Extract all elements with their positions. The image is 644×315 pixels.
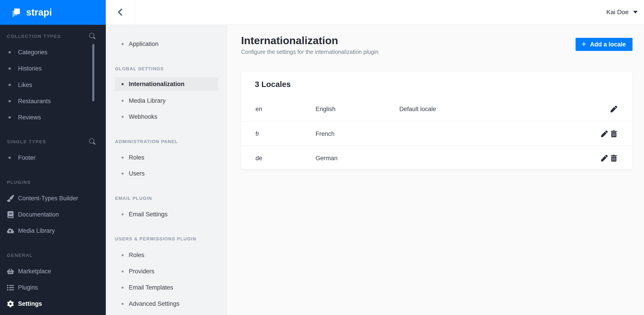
locale-code: en	[256, 97, 262, 121]
edit-locale-button[interactable]	[609, 105, 618, 114]
sidebar-item-marketplace[interactable]: Marketplace	[0, 263, 106, 279]
locale-row-fr: fr French	[241, 121, 632, 146]
bullet-icon	[122, 116, 124, 118]
sidebar-section-single-types: SINGLE TYPES	[7, 139, 46, 145]
delete-locale-button[interactable]	[609, 154, 618, 163]
page-subtitle: Configure the settings for the internati…	[241, 49, 378, 55]
delete-locale-button[interactable]	[609, 129, 618, 138]
plus-icon: +	[582, 39, 586, 49]
edit-locale-button[interactable]	[600, 154, 609, 163]
scrollbar-thumb[interactable]	[92, 44, 94, 101]
settings-nav-section-users-permissions-plugin: USERS & PERMISSIONS PLUGIN	[115, 236, 196, 241]
pencil-icon	[610, 106, 617, 112]
settings-nav-item-admin-roles[interactable]: Roles	[106, 150, 227, 165]
locales-card-title: 3 Locales	[255, 80, 291, 89]
back-button[interactable]	[106, 0, 135, 24]
locale-code: fr	[256, 122, 259, 146]
locales-card: 3 Locales en English Default locale fr F…	[241, 72, 632, 169]
bullet-icon	[122, 100, 124, 102]
sidebar-section-plugins: PLUGINS	[7, 179, 31, 185]
settings-nav-section-global-settings: GLOBAL SETTINGS	[115, 66, 164, 71]
strapi-logo[interactable]: strapi	[0, 0, 106, 25]
settings-nav-item-providers[interactable]: Providers	[106, 264, 227, 279]
default-locale-badge: Default locale	[399, 97, 436, 121]
settings-nav-item-advanced-settings[interactable]: Advanced Settings	[106, 296, 227, 311]
locale-name: French	[316, 122, 334, 146]
settings-nav-section-administration-panel: ADMINISTRATION PANEL	[115, 139, 178, 144]
bullet-icon	[8, 51, 11, 53]
cloud-upload-icon	[6, 227, 15, 234]
bullet-icon	[8, 100, 11, 102]
topbar: Kai Doe	[106, 0, 644, 25]
bullet-icon	[122, 43, 124, 45]
settings-nav-item-admin-users[interactable]: Users	[106, 166, 227, 181]
bullet-icon	[122, 173, 124, 175]
pencil-icon	[601, 155, 608, 162]
add-locale-button[interactable]: + Add a locale	[576, 38, 632, 51]
sidebar-item-settings[interactable]: Settings	[0, 296, 106, 312]
user-menu[interactable]: Kai Doe	[606, 0, 638, 24]
gear-icon	[6, 300, 15, 307]
settings-nav-item-email-templates[interactable]: Email Templates	[106, 280, 227, 295]
sidebar-item-categories[interactable]: Categories	[0, 44, 106, 60]
settings-nav-item-internationalization[interactable]: Internationalization	[115, 77, 218, 91]
bullet-icon	[122, 157, 124, 159]
locale-row-en: en English Default locale	[241, 97, 632, 121]
brand-name: strapi	[26, 7, 52, 18]
sidebar-item-likes[interactable]: Likes	[0, 77, 106, 93]
basket-icon	[6, 268, 15, 275]
pencil-icon	[601, 130, 608, 137]
main-content: Internationalization Configure the setti…	[227, 25, 644, 315]
bullet-icon	[122, 254, 124, 256]
main-sidebar: strapi COLLECTION TYPES Categories Histo…	[0, 0, 106, 315]
search-icon[interactable]	[89, 33, 96, 39]
locale-name: English	[316, 97, 336, 121]
trash-icon	[610, 130, 617, 137]
settings-nav-item-up-roles[interactable]: Roles	[106, 248, 227, 262]
sidebar-item-documentation[interactable]: Documentation	[0, 206, 106, 223]
sidebar-item-histories[interactable]: Histories	[0, 60, 106, 77]
bullet-icon	[122, 213, 124, 215]
sidebar-item-media-library[interactable]: Media Library	[0, 223, 106, 239]
settings-nav: Application GLOBAL SETTINGS Internationa…	[106, 25, 227, 315]
trash-icon	[610, 155, 617, 162]
settings-nav-item-media-library[interactable]: Media Library	[106, 93, 227, 108]
paintbrush-icon	[6, 195, 15, 202]
bullet-icon	[8, 67, 11, 70]
settings-nav-item-email-settings[interactable]: Email Settings	[106, 207, 227, 222]
settings-nav-section-email-plugin: EMAIL PLUGIN	[115, 196, 152, 201]
sidebar-item-plugins[interactable]: Plugins	[0, 279, 106, 296]
bullet-icon	[122, 303, 124, 305]
bullet-icon	[8, 84, 11, 86]
locale-row-de: de German	[241, 146, 632, 170]
bullet-icon	[8, 157, 11, 159]
sidebar-section-collection-types: COLLECTION TYPES	[7, 33, 61, 39]
chevron-left-icon	[117, 8, 123, 17]
settings-nav-item-application[interactable]: Application	[106, 37, 227, 51]
bullet-icon	[8, 116, 11, 119]
caret-down-icon	[633, 11, 638, 14]
sidebar-section-general: GENERAL	[7, 252, 33, 258]
page-title: Internationalization	[241, 34, 338, 47]
bullet-icon	[122, 83, 124, 85]
bullet-icon	[122, 270, 124, 272]
sidebar-item-content-types-builder[interactable]: Content-Types Builder	[0, 190, 106, 206]
search-icon[interactable]	[89, 138, 96, 145]
strapi-logo-icon	[11, 7, 22, 18]
sidebar-item-reviews[interactable]: Reviews	[0, 109, 106, 126]
locale-name: German	[316, 146, 338, 170]
settings-nav-item-webhooks[interactable]: Webhooks	[106, 109, 227, 124]
bullet-icon	[122, 287, 124, 289]
list-icon	[6, 284, 15, 291]
edit-locale-button[interactable]	[600, 129, 609, 138]
add-locale-label: Add a locale	[590, 41, 626, 48]
book-icon	[6, 211, 15, 218]
sidebar-item-restaurants[interactable]: Restaurants	[0, 93, 106, 109]
sidebar-item-footer[interactable]: Footer	[0, 150, 106, 166]
locale-code: de	[256, 146, 262, 170]
user-name: Kai Doe	[606, 9, 629, 16]
